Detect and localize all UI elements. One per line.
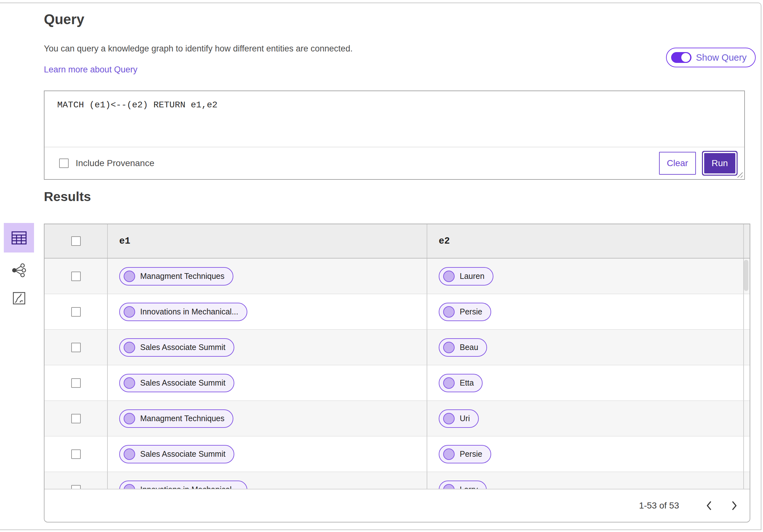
entity-pill-e1[interactable]: Innovations in Mechanical... bbox=[119, 303, 247, 321]
row-checkbox[interactable] bbox=[71, 307, 81, 317]
entity-pill-label: Managment Techniques bbox=[140, 272, 224, 281]
entity-pill-label: Persie bbox=[460, 449, 482, 459]
entity-pill-e2[interactable]: Beau bbox=[439, 338, 487, 357]
entity-pill-e1[interactable]: Managment Techniques bbox=[119, 267, 233, 286]
entity-node-icon bbox=[443, 377, 455, 389]
table-row: Sales Associate Summit Beau bbox=[45, 330, 750, 365]
entity-node-icon bbox=[124, 342, 135, 353]
show-query-label: Show Query bbox=[696, 52, 747, 63]
entity-node-icon bbox=[443, 306, 455, 317]
entity-pill-e1[interactable]: Sales Associate Summit bbox=[119, 445, 234, 463]
entity-pill-label: Innovations in Mechanical... bbox=[140, 307, 239, 316]
results-heading: Results bbox=[44, 189, 91, 204]
entity-node-icon bbox=[443, 413, 455, 424]
query-editor: MATCH (e1)<--(e2) RETURN e1,e2 Include P… bbox=[44, 91, 745, 180]
entity-pill-e2[interactable]: Uri bbox=[439, 409, 479, 428]
entity-node-icon bbox=[443, 271, 455, 282]
scrollbar-gutter bbox=[743, 224, 750, 258]
run-button[interactable]: Run bbox=[704, 153, 735, 173]
query-textarea[interactable]: MATCH (e1)<--(e2) RETURN e1,e2 bbox=[45, 91, 744, 147]
query-editor-footer: Include Provenance Clear Run bbox=[45, 147, 744, 179]
table-header-row: e1 e2 bbox=[45, 224, 750, 259]
results-table: e1 e2 Managment Techniques Lauren Innova… bbox=[44, 223, 750, 522]
table-row: Sales Associate Summit Etta bbox=[45, 365, 750, 401]
table-row: Sales Associate Summit Persie bbox=[45, 436, 750, 472]
table-row: Managment Techniques Lauren bbox=[45, 259, 750, 294]
entity-pill-label: Lauren bbox=[460, 272, 485, 281]
learn-more-link[interactable]: Learn more about Query bbox=[44, 65, 137, 75]
page-title: Query bbox=[44, 11, 84, 27]
pagination-range: 1-53 of 53 bbox=[639, 500, 679, 511]
entity-pill-e2[interactable]: Lauren bbox=[439, 267, 493, 286]
column-header-e2[interactable]: e2 bbox=[427, 224, 743, 258]
toggle-knob bbox=[681, 53, 690, 62]
entity-pill-e1[interactable]: Sales Associate Summit bbox=[119, 338, 234, 357]
entity-pill-label: Sales Associate Summit bbox=[140, 378, 225, 388]
diagram-path-icon bbox=[12, 292, 26, 305]
select-all-checkbox[interactable] bbox=[71, 236, 81, 246]
include-provenance-checkbox[interactable] bbox=[59, 158, 69, 168]
row-checkbox[interactable] bbox=[71, 414, 81, 423]
entity-node-icon bbox=[124, 306, 135, 317]
table-view-button[interactable] bbox=[4, 223, 34, 252]
previous-page-button[interactable] bbox=[702, 499, 716, 513]
table-icon bbox=[11, 231, 27, 244]
page-description: You can query a knowledge graph to ident… bbox=[44, 44, 353, 54]
entity-pill-e2[interactable]: Persie bbox=[439, 445, 491, 463]
entity-pill-label: Beau bbox=[460, 343, 478, 352]
entity-node-icon bbox=[443, 448, 455, 460]
entity-pill-label: Managment Techniques bbox=[140, 414, 224, 423]
chevron-right-icon bbox=[731, 501, 737, 510]
toggle-on-icon[interactable] bbox=[671, 52, 692, 63]
table-row: Innovations in Mechanical... Persie bbox=[45, 294, 750, 330]
row-checkbox[interactable] bbox=[71, 449, 81, 459]
entity-node-icon bbox=[124, 448, 135, 460]
entity-pill-label: Persie bbox=[460, 307, 482, 316]
entity-node-icon bbox=[124, 377, 135, 389]
table-scrollbar-thumb[interactable] bbox=[744, 260, 748, 291]
include-provenance-label: Include Provenance bbox=[76, 158, 155, 168]
entity-pill-label: Etta bbox=[460, 378, 474, 388]
next-page-button[interactable] bbox=[727, 499, 741, 513]
table-row: Managment Techniques Uri bbox=[45, 401, 750, 436]
entity-pill-e1[interactable]: Sales Associate Summit bbox=[119, 374, 234, 392]
entity-node-icon bbox=[124, 413, 135, 424]
row-checkbox[interactable] bbox=[71, 343, 81, 352]
chevron-left-icon bbox=[706, 501, 712, 510]
clear-button[interactable]: Clear bbox=[659, 152, 696, 175]
entity-pill-label: Uri bbox=[460, 414, 470, 423]
table-body: Managment Techniques Lauren Innovations … bbox=[45, 259, 750, 507]
row-checkbox[interactable] bbox=[71, 378, 81, 388]
entity-node-icon bbox=[443, 342, 455, 353]
graph-network-icon bbox=[12, 263, 26, 277]
diagram-view-button[interactable] bbox=[9, 288, 29, 309]
entity-node-icon bbox=[124, 271, 135, 282]
show-query-toggle[interactable]: Show Query bbox=[666, 47, 756, 67]
results-view-switcher bbox=[4, 223, 34, 309]
table-footer: 1-53 of 53 bbox=[45, 489, 750, 522]
entity-pill-label: Sales Associate Summit bbox=[140, 449, 225, 459]
row-checkbox[interactable] bbox=[71, 272, 81, 281]
column-header-e1[interactable]: e1 bbox=[107, 224, 427, 258]
entity-pill-e2[interactable]: Persie bbox=[439, 303, 491, 321]
graph-view-button[interactable] bbox=[9, 260, 29, 281]
entity-pill-label: Sales Associate Summit bbox=[140, 343, 225, 352]
entity-pill-e2[interactable]: Etta bbox=[439, 374, 483, 392]
entity-pill-e1[interactable]: Managment Techniques bbox=[119, 409, 233, 428]
